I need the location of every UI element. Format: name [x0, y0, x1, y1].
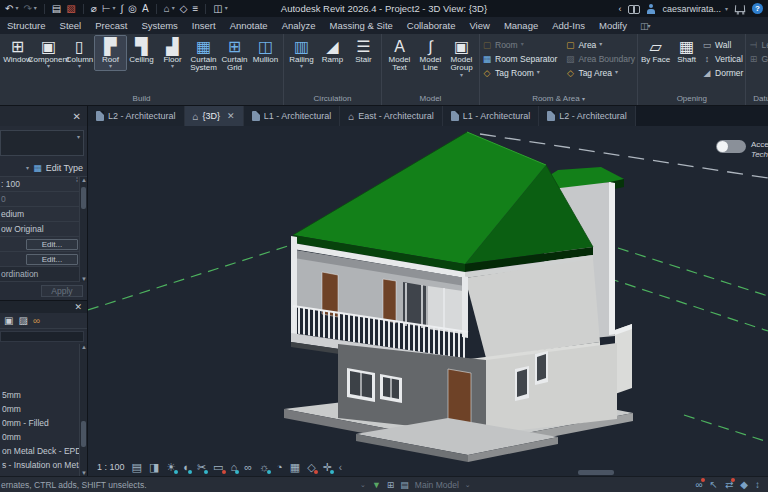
ribbon-tab-analyze[interactable]: Analyze	[275, 19, 323, 32]
view-tab-l1-architectural[interactable]: L1 - Architectural	[244, 106, 341, 126]
render-icon[interactable]: ✂	[197, 460, 206, 474]
roof-type-item[interactable]: 0mm - Filled	[0, 416, 87, 430]
property-row-detail-level[interactable]: edium	[0, 207, 87, 222]
type-selector-dropdown-icon[interactable]: ▾	[77, 133, 80, 140]
floor-button[interactable]: ▟ Floor ▾	[157, 36, 188, 70]
scroll-up-icon[interactable]: ▲	[80, 344, 87, 350]
model-group-button[interactable]: ▣ Model Group ▾	[446, 36, 477, 79]
scroll-down-icon[interactable]: ▼	[80, 276, 88, 282]
scroll-up-icon[interactable]: ▲	[80, 177, 88, 183]
room-area-panel-dropdown-icon[interactable]: ▾	[582, 96, 585, 102]
model-text-button[interactable]: A Model Text	[384, 36, 415, 74]
worksets-icon[interactable]: ⊞	[387, 480, 395, 490]
model-line-qat-icon[interactable]: ∫	[120, 0, 123, 17]
column-button[interactable]: ▯ Column ▾	[64, 36, 95, 70]
view-scale-button[interactable]: 1 : 100	[97, 462, 125, 472]
print-icon[interactable]: ▤	[52, 0, 61, 17]
design-option-dropdown[interactable]: Main Model	[415, 480, 459, 490]
search-icon[interactable]	[628, 5, 640, 13]
property-group-coordination[interactable]: ordination	[0, 267, 87, 282]
ribbon-tab-systems[interactable]: Systems	[134, 19, 184, 32]
roof-type-item[interactable]: on Metal Deck - EPDM	[0, 444, 87, 458]
browser-partial-icon[interactable]: ▣	[4, 315, 13, 326]
default-3d-view-icon[interactable]: ⌂	[164, 0, 170, 17]
redo-dropdown-icon[interactable]: ▾	[34, 0, 37, 17]
model-line-button[interactable]: ∫ Model Line	[415, 36, 446, 74]
3d-model-view[interactable]	[88, 126, 768, 476]
ribbon-tab-steel[interactable]: Steel	[53, 19, 89, 32]
view-tab-l1-architectural-2[interactable]: L1 - Architectural	[443, 106, 540, 126]
temporary-hide-isolate-icon[interactable]: ☼	[259, 460, 269, 474]
scrollbar-thumb[interactable]	[81, 187, 86, 209]
properties-scrollbar[interactable]: ▲ ▼	[79, 177, 87, 282]
design-option-caret-icon[interactable]: ⌄	[465, 481, 471, 489]
ramp-button[interactable]: ◢ Ramp	[317, 36, 348, 65]
link-icon[interactable]: ∞	[33, 315, 40, 326]
tag-area-button[interactable]: ◇ Tag Area ▾	[565, 66, 635, 79]
property-row-view-scale[interactable]: : 100	[0, 177, 87, 192]
roof-dropdown-icon[interactable]: ▾	[109, 64, 112, 69]
ribbon-tab-addins[interactable]: Add-Ins	[545, 19, 592, 32]
browser-scrollbar[interactable]: ▲ ▼	[79, 344, 87, 476]
drawing-area[interactable]: Accele Tech P 1 : 100 ▤ ◨ ☀ ◐ ✂ ▭ ⌂ ∞ ☼ …	[88, 126, 768, 476]
horizontal-scrollbar-thumb[interactable]	[578, 470, 614, 475]
room-separator-button[interactable]: ▦ Room Separator	[482, 52, 557, 65]
store-cart-icon[interactable]	[735, 5, 746, 12]
wall-opening-button[interactable]: ▭ Wall	[702, 38, 743, 51]
ribbon-tab-massing-site[interactable]: Massing & Site	[322, 19, 399, 32]
opening-by-face-button[interactable]: ▱ By Face	[640, 36, 671, 65]
ribbon-tab-manage[interactable]: Manage	[497, 19, 545, 32]
grid-dashed-line-left[interactable]	[88, 244, 294, 310]
apply-button[interactable]: Apply	[41, 285, 83, 297]
select-underlay-icon[interactable]: ↖	[710, 479, 718, 490]
aligned-dimension-icon[interactable]: ⊢	[102, 0, 111, 17]
view-tab-l2-architectural-2[interactable]: L2 - Architectural	[539, 106, 636, 126]
railing-button[interactable]: ▥ Railing ▾	[286, 36, 317, 70]
select-pinned-icon[interactable]: ⇄	[725, 479, 733, 490]
reveal-constraints-icon[interactable]: ✛	[323, 460, 332, 474]
customize-qat-icon[interactable]: ▾	[225, 0, 228, 17]
worksharing-display-icon[interactable]: ▦	[290, 460, 300, 474]
tag-room-button[interactable]: ◇ Tag Room ▾	[482, 66, 557, 79]
redo-icon[interactable]: ↷	[23, 0, 31, 17]
dimension-dropdown-icon[interactable]: ▾	[112, 0, 115, 17]
edit-display-options-button[interactable]: Edit...	[26, 254, 78, 265]
undo-icon[interactable]: ↶	[5, 0, 13, 17]
ribbon-tab-modify[interactable]: Modify	[592, 19, 634, 32]
area-button[interactable]: ▢ Area ▾	[565, 38, 635, 51]
dormer-opening-button[interactable]: ◢ Dormer	[702, 66, 743, 79]
detail-level-icon[interactable]: ▤	[132, 460, 142, 474]
close-tab-icon[interactable]: ✕	[227, 111, 235, 121]
annex-wall[interactable]	[615, 324, 632, 394]
reveal-hidden-elements-icon[interactable]: ◔	[276, 460, 283, 474]
roof-type-item[interactable]: 5mm	[0, 388, 87, 402]
model-group-dropdown-icon[interactable]: ▾	[460, 73, 463, 78]
select-links-icon[interactable]: ∞	[695, 479, 702, 490]
crop-region-visibility-icon[interactable]: ⌂	[231, 460, 238, 474]
upper-door-2[interactable]	[383, 279, 396, 323]
column-dropdown-icon[interactable]: ▾	[78, 64, 81, 69]
floor-dropdown-icon[interactable]: ▾	[171, 64, 174, 69]
ribbon-display-toggle[interactable]: ◫ ▾	[640, 21, 651, 31]
measure-icon[interactable]: ⌀	[91, 0, 97, 17]
undo-dropdown-icon[interactable]: ▾	[15, 0, 18, 17]
roof-type-item[interactable]: s - Insulation on Metal	[0, 458, 87, 472]
room-area-panel-label[interactable]: Room & Area ▾	[480, 94, 637, 105]
shaft-button[interactable]: ▦ Shaft	[671, 36, 702, 65]
edit-overrides-button[interactable]: Edit...	[26, 239, 78, 250]
curtain-system-button[interactable]: ▦ Curtain System	[188, 36, 219, 74]
thin-lines-icon[interactable]: ≡	[192, 0, 198, 17]
type-combo-dropdown-icon[interactable]: ▾	[26, 164, 29, 171]
select-by-face-icon[interactable]: ◆	[740, 479, 748, 490]
accelerated-graphics-toggle[interactable]: Accele Tech P	[716, 140, 768, 159]
user-avatar-icon[interactable]	[647, 4, 655, 14]
property-row-scale-value[interactable]: 0	[0, 192, 87, 207]
roof-type-item[interactable]: 0mm	[0, 430, 87, 444]
user-dropdown-icon[interactable]: ▾	[725, 5, 728, 12]
ceiling-button[interactable]: ▜ Ceiling	[126, 36, 157, 65]
ribbon-tab-collaborate[interactable]: Collaborate	[400, 19, 463, 32]
switch-windows-icon[interactable]: ◫	[213, 0, 222, 17]
grid-dashed-line-bottom-right[interactable]	[684, 415, 768, 442]
component-button[interactable]: ▣ Component ▾	[33, 36, 64, 70]
sun-path-icon[interactable]: ☀	[166, 460, 176, 474]
